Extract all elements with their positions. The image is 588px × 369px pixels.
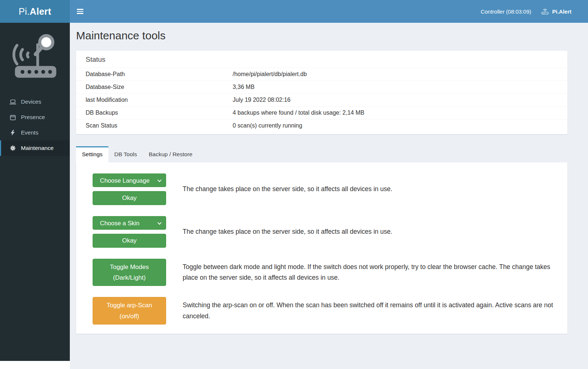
skin-setting-row: Choose a Skin Okay The change takes plac… — [93, 216, 560, 248]
status-value: July 19 2022 08:02:16 — [233, 97, 558, 103]
sidebar-item-label: Presence — [21, 114, 45, 121]
calendar-icon — [9, 114, 17, 121]
language-select-wrapper: Choose Language — [93, 173, 166, 187]
sidebar-column: Devices Presence — [0, 23, 70, 369]
tab-db-tools[interactable]: DB Tools — [108, 146, 143, 162]
settings-tab-panel: Choose Language Okay The change takes pl… — [76, 162, 567, 334]
sidebar-item-events[interactable]: Events — [0, 125, 70, 140]
skin-select-wrapper: Choose a Skin — [93, 216, 166, 230]
pialert-router-logo — [0, 23, 70, 89]
status-label: Database-Size — [86, 84, 233, 90]
toggle-modes-button[interactable]: Toggle Modes (Dark/Light) — [93, 259, 166, 286]
sidebar-item-presence[interactable]: Presence — [0, 110, 70, 125]
content-area: Maintenance tools Status Database-Path /… — [70, 23, 588, 369]
status-value: /home/pi/pialert/db/pialert.db — [233, 71, 558, 78]
navbar: Controller (08:03:09) — [70, 0, 588, 23]
tab-bar: Settings DB Tools Backup / Restore — [76, 146, 567, 162]
sidebar-item-label: Events — [21, 129, 38, 136]
status-card: Status Database-Path /home/pi/pialert/db… — [76, 51, 567, 134]
status-row: last Modification July 19 2022 08:02:16 — [76, 93, 567, 106]
status-row: Database-Size 3,36 MB — [76, 80, 567, 93]
language-setting-row: Choose Language Okay The change takes pl… — [93, 173, 560, 205]
controller-status[interactable]: Controller (08:03:09) — [476, 8, 536, 15]
skin-controls: Choose a Skin Okay — [93, 216, 166, 248]
bolt-icon — [9, 130, 17, 136]
tab-backup-restore[interactable]: Backup / Restore — [143, 146, 198, 162]
navbar-brand[interactable]: Pi.Alert — [536, 8, 588, 15]
app-window: Pi.Alert Controller (08:03:09) — [0, 0, 588, 369]
navbar-right: Controller (08:03:09) — [476, 8, 588, 15]
toggle-arpscan-setting-row: Toggle arp-Scan (on/off) Switching the a… — [93, 297, 560, 324]
sidebar-menu: Devices Presence — [0, 94, 70, 156]
sidebar-toggle-button[interactable] — [70, 0, 90, 23]
app-logo[interactable]: Pi.Alert — [0, 0, 70, 23]
skin-okay-button[interactable]: Okay — [93, 234, 166, 248]
sidebar-item-label: Devices — [21, 98, 41, 105]
toggle-modes-description: Toggle between dark mode and light mode.… — [183, 262, 560, 283]
toggle-arpscan-controls: Toggle arp-Scan (on/off) — [93, 297, 166, 324]
status-card-title: Status — [76, 51, 567, 68]
status-value: 3,36 MB — [233, 84, 558, 90]
status-row: Scan Status 0 scan(s) currently running — [76, 119, 567, 132]
hamburger-icon — [77, 9, 83, 14]
status-card-body: Database-Path /home/pi/pialert/db/pialer… — [76, 68, 567, 134]
language-select[interactable]: Choose Language — [93, 173, 166, 187]
toggle-modes-setting-row: Toggle Modes (Dark/Light) Toggle between… — [93, 259, 560, 286]
sidebar-item-label: Maintenance — [21, 145, 54, 151]
status-row: Database-Path /home/pi/pialert/db/pialer… — [76, 68, 567, 80]
toggle-arpscan-description: Switching the arp-scan on or off. When t… — [183, 300, 560, 321]
status-row: DB Backups 4 backups where found / total… — [76, 106, 567, 119]
status-label: Scan Status — [86, 122, 233, 129]
app-logo-prefix: Pi. — [19, 6, 30, 17]
top-bar: Pi.Alert Controller (08:03:09) — [0, 0, 588, 23]
sidebar: Devices Presence — [0, 23, 70, 361]
status-label: DB Backups — [86, 110, 233, 116]
tab-settings[interactable]: Settings — [76, 146, 108, 162]
sidebar-item-maintenance[interactable]: Maintenance — [0, 140, 70, 156]
status-label: last Modification — [86, 97, 233, 103]
skin-description: The change takes place on the server sid… — [183, 226, 392, 237]
laptop-icon — [9, 99, 17, 105]
skin-select[interactable]: Choose a Skin — [93, 216, 166, 230]
sidebar-item-devices[interactable]: Devices — [0, 94, 70, 110]
app-logo-suffix: Alert — [30, 6, 51, 17]
status-label: Database-Path — [86, 71, 233, 78]
toggle-arpscan-button[interactable]: Toggle arp-Scan (on/off) — [93, 297, 166, 324]
page-title: Maintenance tools — [76, 29, 567, 42]
navbar-brand-label: Pi.Alert — [552, 8, 571, 15]
language-okay-button[interactable]: Okay — [93, 191, 166, 205]
router-icon — [541, 8, 549, 15]
language-description: The change takes place on the server sid… — [183, 184, 392, 194]
status-value: 0 scan(s) currently running — [233, 122, 558, 129]
gear-icon — [9, 145, 17, 151]
toggle-modes-controls: Toggle Modes (Dark/Light) — [93, 259, 166, 286]
status-value: 4 backups where found / total disk usage… — [233, 110, 558, 116]
language-controls: Choose Language Okay — [93, 173, 166, 205]
